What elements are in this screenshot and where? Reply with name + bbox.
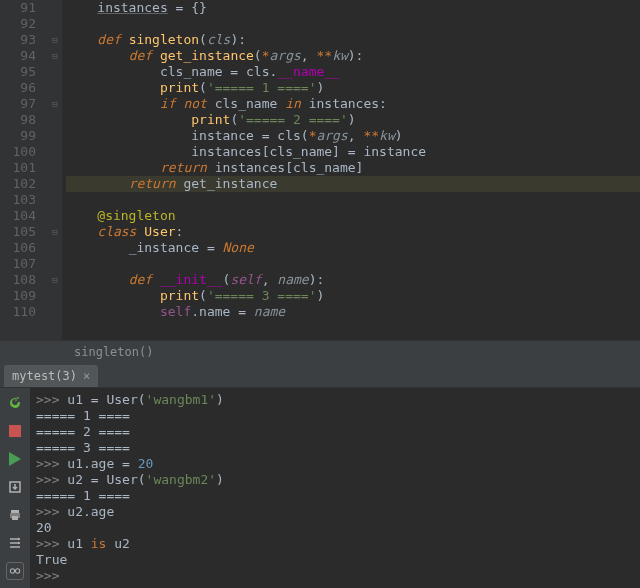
console-line: >>> u2 = User('wangbm2') [36, 472, 634, 488]
code-editor[interactable]: 9192939495969798991001011021031041051061… [0, 0, 640, 340]
line-number: 102 [0, 176, 36, 192]
fold-column[interactable]: ⊟⊟⊟⊟⊟ [48, 0, 62, 340]
console-output[interactable]: >>> u1 = User('wangbm1')===== 1 ========… [30, 388, 640, 588]
line-number: 91 [0, 0, 36, 16]
svg-point-6 [10, 569, 14, 573]
fold-marker[interactable] [48, 144, 62, 160]
code-line[interactable]: self.name = name [66, 304, 640, 320]
code-line[interactable]: @singleton [66, 208, 640, 224]
line-number: 100 [0, 144, 36, 160]
svg-marker-1 [9, 452, 21, 466]
code-line[interactable]: return get_instance [66, 176, 640, 192]
code-line[interactable]: cls_name = cls.__name__ [66, 64, 640, 80]
line-number: 110 [0, 304, 36, 320]
line-number: 92 [0, 16, 36, 32]
code-area[interactable]: instances = {} def singleton(cls): def g… [62, 0, 640, 340]
line-number: 101 [0, 160, 36, 176]
console-line: ===== 3 ==== [36, 440, 634, 456]
line-number: 107 [0, 256, 36, 272]
fold-marker[interactable] [48, 176, 62, 192]
code-line[interactable]: if not cls_name in instances: [66, 96, 640, 112]
fold-marker[interactable] [48, 64, 62, 80]
console-line: >>> u1 is u2 [36, 536, 634, 552]
code-line[interactable]: _instance = None [66, 240, 640, 256]
print-icon[interactable] [6, 506, 24, 524]
code-line[interactable]: instances[cls_name] = instance [66, 144, 640, 160]
fold-marker[interactable] [48, 80, 62, 96]
fold-marker[interactable] [48, 256, 62, 272]
fold-marker[interactable] [48, 160, 62, 176]
fold-marker[interactable] [48, 0, 62, 16]
fold-marker[interactable] [48, 112, 62, 128]
stop-icon[interactable] [6, 422, 24, 440]
line-number: 109 [0, 288, 36, 304]
line-number: 93 [0, 32, 36, 48]
fold-marker[interactable]: ⊟ [48, 96, 62, 112]
svg-rect-0 [9, 425, 21, 437]
code-line[interactable]: def singleton(cls): [66, 32, 640, 48]
line-number: 104 [0, 208, 36, 224]
code-line[interactable]: print('===== 1 ====') [66, 80, 640, 96]
fold-marker[interactable] [48, 128, 62, 144]
code-line[interactable] [66, 16, 640, 32]
line-number: 106 [0, 240, 36, 256]
console-line: >>> u2.age [36, 504, 634, 520]
code-line[interactable]: instances = {} [66, 0, 640, 16]
line-number: 96 [0, 80, 36, 96]
line-number-gutter: 9192939495969798991001011021031041051061… [0, 0, 48, 340]
console-tab-bar: mytest(3) × [0, 362, 640, 388]
line-number: 98 [0, 112, 36, 128]
fold-marker[interactable] [48, 288, 62, 304]
code-line[interactable]: print('===== 2 ====') [66, 112, 640, 128]
code-line[interactable]: def get_instance(*args, **kw): [66, 48, 640, 64]
line-number: 97 [0, 96, 36, 112]
console-line: ===== 1 ==== [36, 408, 634, 424]
console-line: >>> u1 = User('wangbm1') [36, 392, 634, 408]
scroll-icon[interactable] [6, 562, 24, 580]
line-number: 99 [0, 128, 36, 144]
fold-marker[interactable]: ⊟ [48, 224, 62, 240]
svg-rect-3 [11, 510, 19, 513]
code-line[interactable]: class User: [66, 224, 640, 240]
code-line[interactable] [66, 256, 640, 272]
rerun-icon[interactable] [6, 394, 24, 412]
tab-mytest[interactable]: mytest(3) × [4, 365, 98, 387]
console-line: >>> u1.age = 20 [36, 456, 634, 472]
fold-marker[interactable] [48, 240, 62, 256]
code-line[interactable]: print('===== 3 ====') [66, 288, 640, 304]
play-icon[interactable] [6, 450, 24, 468]
console-line: True [36, 552, 634, 568]
code-line[interactable]: def __init__(self, name): [66, 272, 640, 288]
line-number: 95 [0, 64, 36, 80]
console-line: ===== 1 ==== [36, 488, 634, 504]
svg-point-7 [15, 569, 19, 573]
code-line[interactable]: return instances[cls_name] [66, 160, 640, 176]
close-icon[interactable]: × [83, 369, 90, 383]
breadcrumb-item[interactable]: singleton() [74, 345, 153, 359]
line-number: 94 [0, 48, 36, 64]
line-number: 105 [0, 224, 36, 240]
console-line: 20 [36, 520, 634, 536]
code-line[interactable] [66, 192, 640, 208]
svg-rect-5 [12, 516, 18, 520]
console-line: ===== 2 ==== [36, 424, 634, 440]
history-icon[interactable] [6, 534, 24, 552]
fold-marker[interactable] [48, 192, 62, 208]
line-number: 103 [0, 192, 36, 208]
fold-marker[interactable] [48, 304, 62, 320]
code-line[interactable]: instance = cls(*args, **kw) [66, 128, 640, 144]
fold-marker[interactable] [48, 208, 62, 224]
line-number: 108 [0, 272, 36, 288]
fold-marker[interactable]: ⊟ [48, 32, 62, 48]
console-toolbar [0, 388, 30, 588]
export-icon[interactable] [6, 478, 24, 496]
console-panel: >>> u1 = User('wangbm1')===== 1 ========… [0, 388, 640, 588]
fold-marker[interactable] [48, 16, 62, 32]
fold-marker[interactable]: ⊟ [48, 272, 62, 288]
console-line: >>> [36, 568, 634, 584]
tab-label: mytest(3) [12, 369, 77, 383]
breadcrumb[interactable]: singleton() [0, 340, 640, 362]
fold-marker[interactable]: ⊟ [48, 48, 62, 64]
